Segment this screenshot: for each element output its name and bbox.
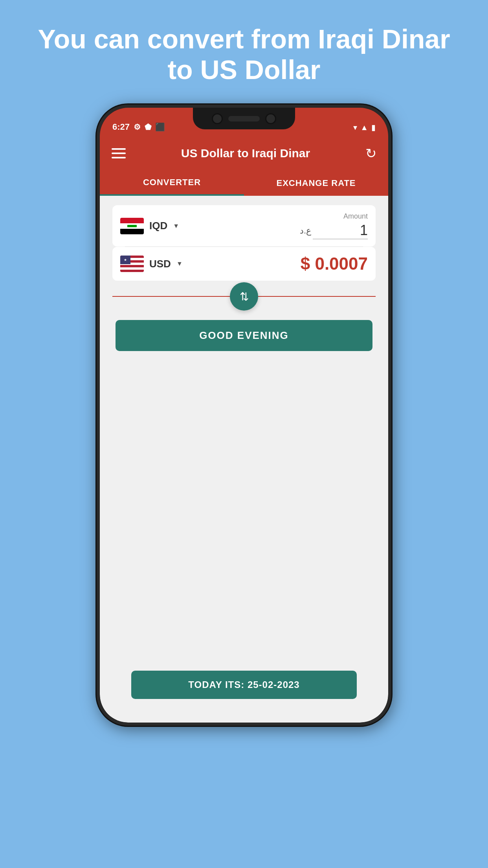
from-currency-left: IQD ▼ <box>120 218 179 234</box>
screen-bottom: TODAY ITS: 25-02-2023 <box>100 355 388 723</box>
hero-text: You can convert from Iraqi Dinar to US D… <box>0 0 488 105</box>
converter-area: IQD ▼ Amount ع.د <box>100 196 388 285</box>
swap-area: ⇅ <box>112 285 376 308</box>
phone-shell: 6:27 ⚙ ⬟ ⬛ ▾ ▲ ▮ US Dollar to Iraqi Dina… <box>97 105 391 726</box>
camera-right <box>265 113 276 124</box>
menu-button[interactable] <box>112 148 126 158</box>
volume-up-button[interactable] <box>389 210 391 234</box>
status-right: ▾ ▲ ▮ <box>353 123 376 132</box>
tab-bar: CONVERTER EXCHANGE RATE <box>100 171 388 196</box>
gear-icon: ⚙ <box>134 122 141 132</box>
shield-icon: ⬟ <box>145 122 151 132</box>
swap-button[interactable]: ⇅ <box>230 282 258 311</box>
result-amount: $ 0.0007 <box>301 254 368 274</box>
phone-notch <box>193 108 295 129</box>
amount-input[interactable] <box>313 222 368 239</box>
refresh-button[interactable]: ↻ <box>365 145 376 161</box>
phone-mockup: 6:27 ⚙ ⬟ ⬛ ▾ ▲ ▮ US Dollar to Iraqi Dina… <box>97 105 391 726</box>
to-currency-left: ★ USD ▼ <box>120 256 183 272</box>
to-currency-row: ★ USD ▼ $ 0.0007 <box>112 247 376 281</box>
amount-section: Amount ع.د <box>300 212 368 239</box>
wifi-icon: ▾ <box>353 123 357 132</box>
date-button[interactable]: TODAY ITS: 25-02-2023 <box>131 671 357 699</box>
bookmark-icon: ⬛ <box>155 122 165 132</box>
signal-icon: ▲ <box>360 123 368 132</box>
speaker <box>228 116 260 121</box>
from-currency-row: IQD ▼ Amount ع.د <box>112 205 376 246</box>
app-bar: US Dollar to Iraqi Dinar ↻ <box>100 136 388 171</box>
battery-icon: ▮ <box>371 123 376 132</box>
from-currency-code: IQD <box>149 220 167 232</box>
tab-converter[interactable]: CONVERTER <box>100 171 244 196</box>
camera-left <box>212 113 223 124</box>
app-title: US Dollar to Iraqi Dinar <box>181 147 310 160</box>
iqd-flag <box>120 218 144 234</box>
usd-flag: ★ <box>120 256 144 272</box>
greeting-button[interactable]: GOOD EVENING <box>116 320 372 351</box>
iqd-symbol: ع.د <box>300 226 311 236</box>
to-currency-dropdown[interactable]: ▼ <box>176 260 183 267</box>
to-currency-code: USD <box>149 258 171 270</box>
status-left: 6:27 ⚙ ⬟ ⬛ <box>112 122 165 132</box>
from-currency-dropdown[interactable]: ▼ <box>173 223 179 230</box>
volume-down-button[interactable] <box>389 241 391 273</box>
screen-content: IQD ▼ Amount ع.د <box>100 196 388 723</box>
tab-exchange-rate[interactable]: EXCHANGE RATE <box>244 171 388 196</box>
status-time: 6:27 <box>112 122 130 132</box>
amount-label: Amount <box>343 212 368 221</box>
